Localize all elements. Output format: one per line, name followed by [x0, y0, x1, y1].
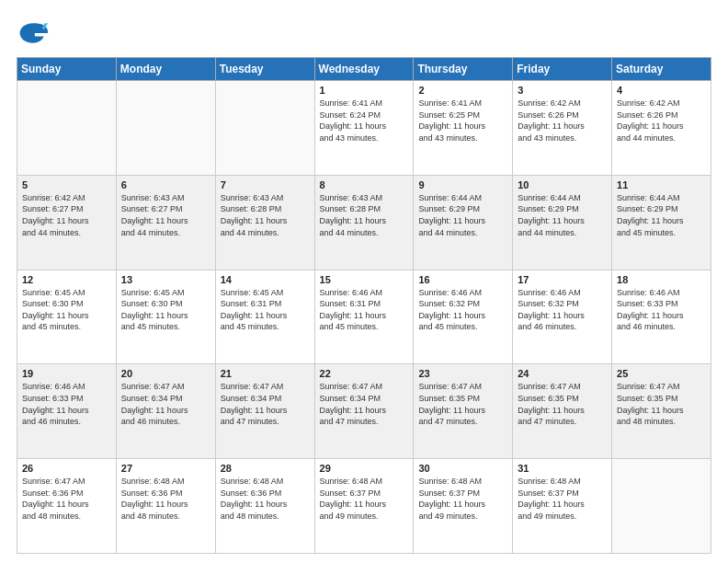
day-info: Sunrise: 6:45 AM Sunset: 6:30 PM Dayligh…	[22, 287, 111, 333]
calendar-day-30: 30Sunrise: 6:48 AM Sunset: 6:37 PM Dayli…	[414, 459, 513, 554]
calendar-header-thursday: Thursday	[414, 58, 513, 81]
day-number: 15	[320, 274, 409, 285]
calendar-day-19: 19Sunrise: 6:46 AM Sunset: 6:33 PM Dayli…	[17, 364, 117, 459]
day-number: 24	[518, 368, 607, 379]
header	[17, 17, 711, 50]
calendar-day-28: 28Sunrise: 6:48 AM Sunset: 6:36 PM Dayli…	[215, 459, 314, 554]
day-number: 12	[22, 274, 111, 285]
calendar-header-tuesday: Tuesday	[215, 58, 314, 81]
day-number: 11	[617, 179, 706, 190]
day-info: Sunrise: 6:47 AM Sunset: 6:35 PM Dayligh…	[518, 381, 607, 427]
day-number: 8	[320, 179, 409, 190]
calendar-day-9: 9Sunrise: 6:44 AM Sunset: 6:29 PM Daylig…	[414, 175, 513, 270]
day-info: Sunrise: 6:42 AM Sunset: 6:26 PM Dayligh…	[518, 98, 607, 144]
day-number: 20	[121, 368, 210, 379]
day-number: 13	[121, 274, 210, 285]
day-number: 6	[121, 179, 210, 190]
day-number: 23	[418, 368, 507, 379]
day-number: 7	[221, 179, 310, 190]
calendar-day-11: 11Sunrise: 6:44 AM Sunset: 6:29 PM Dayli…	[612, 175, 711, 270]
calendar-day-21: 21Sunrise: 6:47 AM Sunset: 6:34 PM Dayli…	[215, 364, 314, 459]
calendar-week-0: 1Sunrise: 6:41 AM Sunset: 6:24 PM Daylig…	[17, 81, 711, 176]
day-info: Sunrise: 6:48 AM Sunset: 6:37 PM Dayligh…	[518, 476, 607, 522]
calendar-day-7: 7Sunrise: 6:43 AM Sunset: 6:28 PM Daylig…	[215, 175, 314, 270]
calendar-day-6: 6Sunrise: 6:43 AM Sunset: 6:27 PM Daylig…	[116, 175, 215, 270]
day-info: Sunrise: 6:48 AM Sunset: 6:37 PM Dayligh…	[320, 476, 409, 522]
logo-icon	[17, 17, 50, 50]
calendar-day-24: 24Sunrise: 6:47 AM Sunset: 6:35 PM Dayli…	[513, 364, 612, 459]
day-number: 17	[518, 274, 607, 285]
day-number: 30	[418, 463, 507, 474]
day-number: 27	[121, 463, 210, 474]
calendar-day-8: 8Sunrise: 6:43 AM Sunset: 6:28 PM Daylig…	[314, 175, 414, 270]
day-number: 14	[221, 274, 310, 285]
day-info: Sunrise: 6:46 AM Sunset: 6:33 PM Dayligh…	[617, 287, 706, 333]
page: SundayMondayTuesdayWednesdayThursdayFrid…	[0, 0, 728, 563]
day-info: Sunrise: 6:44 AM Sunset: 6:29 PM Dayligh…	[418, 192, 507, 238]
calendar-day-29: 29Sunrise: 6:48 AM Sunset: 6:37 PM Dayli…	[314, 459, 414, 554]
calendar-header-wednesday: Wednesday	[314, 58, 414, 81]
calendar-header-row: SundayMondayTuesdayWednesdayThursdayFrid…	[17, 58, 711, 81]
calendar-week-3: 19Sunrise: 6:46 AM Sunset: 6:33 PM Dayli…	[17, 364, 711, 459]
calendar-header-monday: Monday	[116, 58, 215, 81]
day-info: Sunrise: 6:48 AM Sunset: 6:36 PM Dayligh…	[221, 476, 310, 522]
day-info: Sunrise: 6:46 AM Sunset: 6:32 PM Dayligh…	[418, 287, 507, 333]
calendar-day-13: 13Sunrise: 6:45 AM Sunset: 6:30 PM Dayli…	[116, 270, 215, 364]
calendar-empty-cell	[612, 459, 711, 554]
calendar-header-friday: Friday	[513, 58, 612, 81]
day-info: Sunrise: 6:44 AM Sunset: 6:29 PM Dayligh…	[617, 192, 706, 238]
calendar-day-10: 10Sunrise: 6:44 AM Sunset: 6:29 PM Dayli…	[513, 175, 612, 270]
day-number: 1	[320, 85, 409, 96]
day-info: Sunrise: 6:43 AM Sunset: 6:28 PM Dayligh…	[320, 192, 409, 238]
calendar-day-2: 2Sunrise: 6:41 AM Sunset: 6:25 PM Daylig…	[414, 81, 513, 176]
day-info: Sunrise: 6:45 AM Sunset: 6:31 PM Dayligh…	[221, 287, 310, 333]
calendar-day-1: 1Sunrise: 6:41 AM Sunset: 6:24 PM Daylig…	[314, 81, 414, 176]
calendar-day-17: 17Sunrise: 6:46 AM Sunset: 6:32 PM Dayli…	[513, 270, 612, 364]
day-info: Sunrise: 6:48 AM Sunset: 6:37 PM Dayligh…	[418, 476, 507, 522]
day-info: Sunrise: 6:47 AM Sunset: 6:34 PM Dayligh…	[320, 381, 409, 427]
day-info: Sunrise: 6:47 AM Sunset: 6:34 PM Dayligh…	[221, 381, 310, 427]
calendar-empty-cell	[17, 81, 117, 176]
day-info: Sunrise: 6:45 AM Sunset: 6:30 PM Dayligh…	[121, 287, 210, 333]
calendar-empty-cell	[215, 81, 314, 176]
logo	[17, 17, 53, 50]
day-number: 21	[221, 368, 310, 379]
day-number: 29	[320, 463, 409, 474]
calendar-week-1: 5Sunrise: 6:42 AM Sunset: 6:27 PM Daylig…	[17, 175, 711, 270]
calendar-day-18: 18Sunrise: 6:46 AM Sunset: 6:33 PM Dayli…	[612, 270, 711, 364]
day-number: 9	[418, 179, 507, 190]
day-info: Sunrise: 6:41 AM Sunset: 6:25 PM Dayligh…	[418, 98, 507, 144]
day-info: Sunrise: 6:43 AM Sunset: 6:28 PM Dayligh…	[221, 192, 310, 238]
day-number: 25	[617, 368, 706, 379]
calendar-day-23: 23Sunrise: 6:47 AM Sunset: 6:35 PM Dayli…	[414, 364, 513, 459]
calendar-day-16: 16Sunrise: 6:46 AM Sunset: 6:32 PM Dayli…	[414, 270, 513, 364]
calendar-empty-cell	[116, 81, 215, 176]
calendar-day-20: 20Sunrise: 6:47 AM Sunset: 6:34 PM Dayli…	[116, 364, 215, 459]
calendar-week-4: 26Sunrise: 6:47 AM Sunset: 6:36 PM Dayli…	[17, 459, 711, 554]
day-number: 5	[22, 179, 111, 190]
day-info: Sunrise: 6:46 AM Sunset: 6:32 PM Dayligh…	[518, 287, 607, 333]
calendar-header-sunday: Sunday	[17, 58, 117, 81]
calendar-header-saturday: Saturday	[612, 58, 711, 81]
day-number: 19	[22, 368, 111, 379]
calendar-day-15: 15Sunrise: 6:46 AM Sunset: 6:31 PM Dayli…	[314, 270, 414, 364]
day-info: Sunrise: 6:47 AM Sunset: 6:35 PM Dayligh…	[617, 381, 706, 427]
calendar-day-14: 14Sunrise: 6:45 AM Sunset: 6:31 PM Dayli…	[215, 270, 314, 364]
day-info: Sunrise: 6:42 AM Sunset: 6:26 PM Dayligh…	[617, 98, 706, 144]
day-info: Sunrise: 6:43 AM Sunset: 6:27 PM Dayligh…	[121, 192, 210, 238]
day-number: 3	[518, 85, 607, 96]
day-number: 4	[617, 85, 706, 96]
calendar-day-25: 25Sunrise: 6:47 AM Sunset: 6:35 PM Dayli…	[612, 364, 711, 459]
day-info: Sunrise: 6:46 AM Sunset: 6:31 PM Dayligh…	[320, 287, 409, 333]
calendar-day-12: 12Sunrise: 6:45 AM Sunset: 6:30 PM Dayli…	[17, 270, 117, 364]
day-number: 28	[221, 463, 310, 474]
day-number: 26	[22, 463, 111, 474]
day-info: Sunrise: 6:41 AM Sunset: 6:24 PM Dayligh…	[320, 98, 409, 144]
calendar-day-3: 3Sunrise: 6:42 AM Sunset: 6:26 PM Daylig…	[513, 81, 612, 176]
day-info: Sunrise: 6:44 AM Sunset: 6:29 PM Dayligh…	[518, 192, 607, 238]
calendar: SundayMondayTuesdayWednesdayThursdayFrid…	[17, 57, 711, 554]
day-info: Sunrise: 6:46 AM Sunset: 6:33 PM Dayligh…	[22, 381, 111, 427]
calendar-day-4: 4Sunrise: 6:42 AM Sunset: 6:26 PM Daylig…	[612, 81, 711, 176]
day-number: 16	[418, 274, 507, 285]
day-number: 18	[617, 274, 706, 285]
